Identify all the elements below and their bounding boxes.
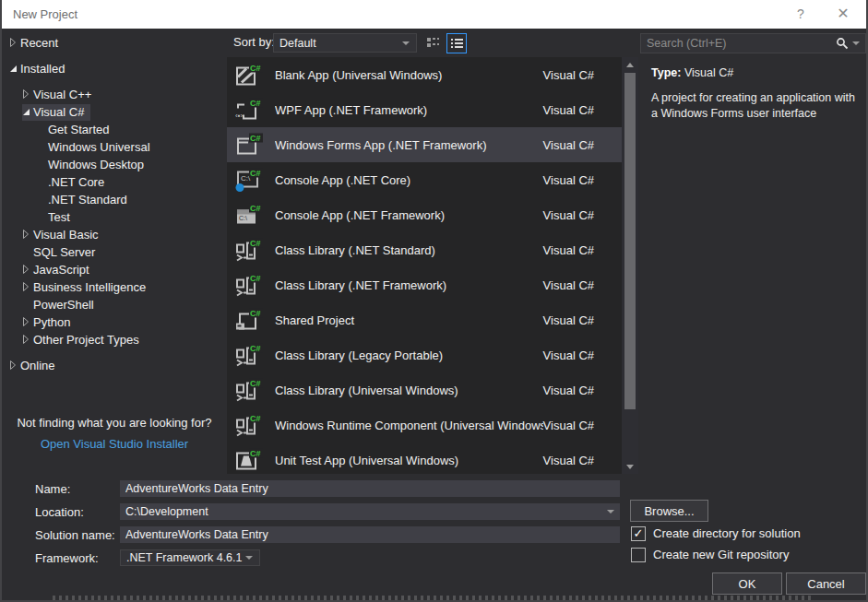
tree-item-label: Test <box>48 210 70 224</box>
name-input[interactable] <box>125 482 614 495</box>
tree-item-test[interactable]: Test <box>2 208 227 226</box>
template-windows-forms-app-net-framework[interactable]: C#Windows Forms App (.NET Framework)Visu… <box>227 127 622 162</box>
template-console-app-net-framework[interactable]: C:\C#Console App (.NET Framework)Visual … <box>227 197 622 232</box>
svg-text:C#: C# <box>250 98 261 107</box>
template-blank-app-universal-windows[interactable]: C#Blank App (Universal Windows)Visual C# <box>227 57 622 92</box>
browse-button[interactable]: Browse... <box>630 500 708 522</box>
tree-item-windows-desktop[interactable]: Windows Desktop <box>2 156 227 173</box>
sort-by-label: Sort by: <box>233 29 275 56</box>
template-language: Visual C# <box>543 138 594 152</box>
checkbox-create-new-git-repository[interactable]: Create new Git repository <box>631 547 789 562</box>
framework-value: .NET Framework 4.6.1 <box>126 551 245 564</box>
tree-item-net-standard[interactable]: .NET Standard <box>2 191 227 208</box>
collapsed-twisty-icon[interactable] <box>9 38 20 47</box>
list-view-button[interactable] <box>446 33 467 53</box>
template-windows-runtime-component-universal-windows[interactable]: C#Windows Runtime Component (Universal W… <box>227 407 622 443</box>
template-name: Class Library (Universal Windows) <box>275 384 543 397</box>
collapsed-twisty-icon[interactable] <box>22 265 33 274</box>
collapsed-twisty-icon[interactable] <box>22 89 33 99</box>
template-unit-test-app-universal-windows[interactable]: C#Unit Test App (Universal Windows)Visua… <box>227 443 622 474</box>
info-pane: Type: Visual C# A project for creating a… <box>638 29 868 474</box>
template-description: A project for creating an application wi… <box>651 90 862 123</box>
list-view-icon <box>451 38 463 49</box>
chevron-down-icon <box>402 41 410 45</box>
template-class-library-universal-windows[interactable]: C#Class Library (Universal Windows)Visua… <box>227 372 622 407</box>
tree-item-label: Windows Universal <box>48 140 150 154</box>
sort-dropdown[interactable]: Default <box>273 33 417 53</box>
collapsed-twisty-icon[interactable] <box>22 317 33 326</box>
tree-item-windows-universal[interactable]: Windows Universal <box>2 138 227 156</box>
cancel-button[interactable]: Cancel <box>786 572 866 595</box>
installer-hint-text: Not finding what you are looking for? <box>2 416 227 430</box>
tree-item-other-project-types[interactable]: Other Project Types <box>2 331 227 348</box>
search-input[interactable] <box>641 37 836 50</box>
location-input[interactable] <box>125 505 607 518</box>
location-label: Location: <box>2 505 120 519</box>
tree-item-visual-basic[interactable]: Visual Basic <box>2 226 227 243</box>
scroll-up-icon[interactable] <box>622 57 638 72</box>
expanded-twisty-icon[interactable] <box>9 65 20 73</box>
unchecked-checkbox-icon[interactable] <box>631 548 646 562</box>
template-language: Visual C# <box>543 384 594 397</box>
scroll-down-icon[interactable] <box>622 459 638 474</box>
checkbox-create-directory-for-solution[interactable]: ✓Create directory for solution <box>631 525 801 541</box>
tree-item-label: Business Intelligence <box>33 280 146 294</box>
tree-item-sql-server[interactable]: SQL Server <box>2 243 227 261</box>
checked-checkbox-icon[interactable]: ✓ <box>631 526 646 541</box>
template-console-app-net-core[interactable]: C:\C#Console App (.NET Core)Visual C# <box>227 162 622 197</box>
template-class-library-legacy-portable[interactable]: C#Class Library (Legacy Portable)Visual … <box>227 337 622 372</box>
type-value: Visual C# <box>684 66 733 79</box>
template-language: Visual C# <box>543 313 594 327</box>
expanded-twisty-icon[interactable] <box>22 108 33 116</box>
template-info: Type: Visual C# A project for creating a… <box>651 65 862 123</box>
tree-item-recent[interactable]: Recent <box>2 34 227 52</box>
tree-item-net-core[interactable]: .NET Core <box>2 173 227 191</box>
tree-item-javascript[interactable]: JavaScript <box>2 261 227 278</box>
chevron-down-icon[interactable] <box>607 510 614 513</box>
template-name: Class Library (.NET Framework) <box>275 278 543 292</box>
template-list: C#Blank App (Universal Windows)Visual C#… <box>227 57 622 474</box>
svg-text:C#: C# <box>250 308 261 317</box>
tree-item-label: Get Started <box>48 123 109 136</box>
search-scope-chevron-icon[interactable] <box>852 41 860 45</box>
tree-item-installed[interactable]: Installed <box>2 60 227 77</box>
template-class-library-net-standard[interactable]: C#Class Library (.NET Standard)Visual C# <box>227 232 622 267</box>
name-field[interactable] <box>120 480 620 497</box>
template-name: Console App (.NET Framework) <box>275 208 543 222</box>
collapsed-twisty-icon[interactable] <box>9 360 20 370</box>
template-list-wrap: C#Blank App (Universal Windows)Visual C#… <box>227 57 638 474</box>
template-pane: Sort by: Default <box>227 29 638 474</box>
template-class-library-net-framework[interactable]: C#Class Library (.NET Framework)Visual C… <box>227 267 622 302</box>
class-library-icon: C# <box>235 378 263 403</box>
collapsed-twisty-icon[interactable] <box>22 230 33 239</box>
framework-dropdown[interactable]: .NET Framework 4.6.1 <box>120 549 260 566</box>
help-icon[interactable]: ? <box>785 0 816 29</box>
tree-item-get-started[interactable]: Get Started <box>2 121 227 138</box>
name-label: Name: <box>2 482 120 496</box>
list-scrollbar[interactable] <box>622 57 638 474</box>
template-shared-project[interactable]: C#Shared ProjectVisual C# <box>227 302 622 337</box>
template-name: Blank App (Universal Windows) <box>275 68 543 82</box>
collapsed-twisty-icon[interactable] <box>22 282 33 291</box>
location-field[interactable] <box>120 503 620 520</box>
close-icon[interactable]: ✕ <box>827 0 859 29</box>
collapsed-twisty-icon[interactable] <box>22 335 33 344</box>
svg-text:C#: C# <box>250 238 261 247</box>
open-visual-studio-installer-link[interactable]: Open Visual Studio Installer <box>2 437 227 451</box>
search-icon[interactable] <box>836 37 849 50</box>
tree-item-powershell[interactable]: PowerShell <box>2 296 227 313</box>
watermark <box>53 596 811 600</box>
tree-item-visual-c[interactable]: Visual C++ <box>2 86 227 103</box>
template-wpf-app-net-framework[interactable]: ‹▪›C#WPF App (.NET Framework)Visual C# <box>227 92 622 127</box>
tree-item-visual-c[interactable]: Visual C# <box>2 103 227 121</box>
template-name: Console App (.NET Core) <box>275 173 543 187</box>
tree-item-online[interactable]: Online <box>2 357 227 374</box>
small-icons-view-button[interactable] <box>422 33 443 53</box>
solution-name-field[interactable] <box>120 526 620 543</box>
template-name: Class Library (Legacy Portable) <box>275 348 543 362</box>
tree-item-python[interactable]: Python <box>2 313 227 331</box>
tree-item-business-intelligence[interactable]: Business Intelligence <box>2 278 227 296</box>
ok-button[interactable]: OK <box>712 572 782 595</box>
solution-name-input[interactable] <box>125 528 614 541</box>
scrollbar-thumb[interactable] <box>624 73 636 409</box>
